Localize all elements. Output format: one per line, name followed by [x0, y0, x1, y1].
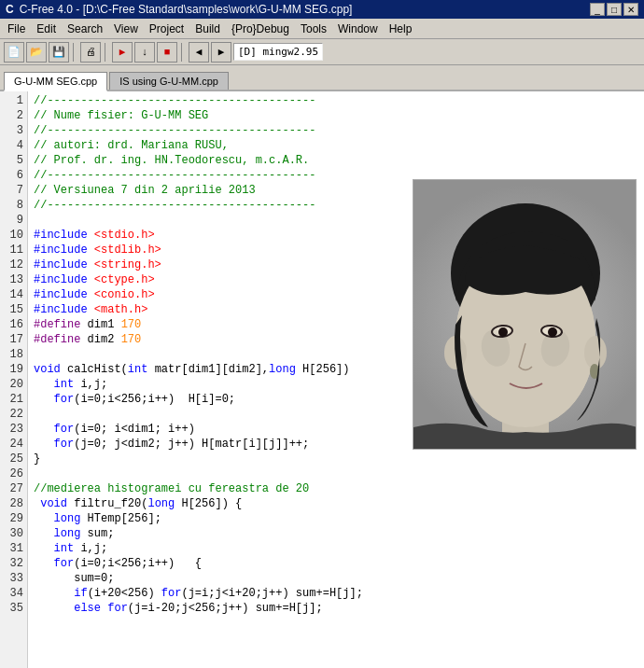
line-number: 17 [4, 332, 23, 347]
line-number: 30 [4, 526, 23, 541]
line-number: 21 [4, 392, 23, 407]
line-number: 25 [4, 452, 23, 466]
line-number: 11 [4, 243, 23, 257]
code-line[interactable]: if(i+20<256) for(j=i;j<i+20;j++) sum+=H[… [34, 586, 638, 601]
menu-search[interactable]: Search [62, 21, 108, 37]
code-line[interactable]: //--------------------------------------… [34, 123, 638, 138]
code-line[interactable]: for(i=0;i<256;i++) { [34, 556, 638, 571]
menu-view[interactable]: View [108, 21, 144, 37]
line-numbers: 1234567891011121314151617181920212223242… [0, 91, 28, 668]
photo-canvas [413, 180, 637, 450]
line-number: 13 [4, 272, 23, 287]
line-number: 9 [4, 213, 23, 228]
title-text: C-Free 4.0 - [D:\C-Free Standard\samples… [20, 3, 353, 16]
menu-file[interactable]: File [2, 21, 31, 37]
code-line[interactable] [34, 466, 638, 481]
line-number: 18 [4, 347, 23, 362]
code-line[interactable]: long sum; [34, 526, 638, 541]
line-number: 28 [4, 496, 23, 511]
photo-overlay [413, 179, 637, 450]
line-number: 15 [4, 302, 23, 317]
line-number: 26 [4, 466, 23, 481]
toolbar-sep3 [181, 43, 185, 62]
toolbar-forward[interactable]: ▶ [211, 42, 231, 63]
toolbar: 📄 📂 💾 🖨 ▶ ↓ ■ ◀ ▶ [D] mingw2.95 [0, 39, 644, 65]
line-number: 23 [4, 422, 23, 437]
toolbar-back[interactable]: ◀ [189, 42, 209, 63]
menu-bar: File Edit Search View Project Build {Pro… [0, 19, 644, 39]
code-line[interactable]: int i,j; [34, 541, 638, 556]
line-number: 35 [4, 601, 23, 616]
code-line[interactable]: //--------------------------------------… [34, 93, 638, 108]
menu-help[interactable]: Help [384, 21, 418, 37]
code-line[interactable]: // autori: drd. Mariana RUSU, [34, 138, 638, 153]
tab-bar: G-U-MM SEG.cpp IS using G-U-MM.cpp [0, 65, 644, 91]
editor-area: 1234567891011121314151617181920212223242… [0, 91, 644, 668]
line-number: 3 [4, 123, 23, 138]
line-number: 24 [4, 437, 23, 452]
code-line[interactable]: else for(j=i-20;j<256;j++) sum+=H[j]; [34, 601, 638, 616]
line-number: 33 [4, 571, 23, 586]
toolbar-save[interactable]: 💾 [49, 42, 69, 63]
menu-prodebug[interactable]: {Pro}Debug [226, 21, 295, 37]
line-number: 5 [4, 153, 23, 168]
line-number: 29 [4, 511, 23, 526]
line-number: 16 [4, 317, 23, 332]
toolbar-step[interactable]: ↓ [134, 42, 155, 63]
menu-edit[interactable]: Edit [31, 21, 62, 37]
minimize-button[interactable]: _ [590, 3, 605, 16]
tab-seg-cpp[interactable]: G-U-MM SEG.cpp [4, 72, 107, 91]
line-number: 19 [4, 362, 23, 377]
line-number: 6 [4, 168, 23, 183]
code-line[interactable]: sum=0; [34, 571, 638, 586]
line-number: 14 [4, 287, 23, 302]
line-number: 32 [4, 556, 23, 571]
menu-build[interactable]: Build [189, 21, 226, 37]
toolbar-new[interactable]: 📄 [4, 42, 24, 63]
window-controls: _ □ ✕ [590, 3, 638, 16]
line-number: 7 [4, 183, 23, 198]
line-number: 1 [4, 93, 23, 108]
code-line[interactable]: void filtru_f20(long H[256]) { [34, 496, 638, 511]
code-line[interactable]: long HTemp[256]; [34, 511, 638, 526]
line-number: 31 [4, 541, 23, 556]
maximize-button[interactable]: □ [607, 3, 622, 16]
toolbar-sep1 [73, 43, 77, 62]
line-number: 2 [4, 108, 23, 123]
menu-tools[interactable]: Tools [295, 21, 332, 37]
line-number: 27 [4, 481, 23, 496]
line-number: 8 [4, 198, 23, 213]
line-number: 22 [4, 407, 23, 422]
line-number: 10 [4, 228, 23, 243]
close-button[interactable]: ✕ [623, 3, 638, 16]
menu-window[interactable]: Window [332, 21, 384, 37]
code-line[interactable]: //medierea histogramei cu fereastra de 2… [34, 481, 638, 496]
line-number: 4 [4, 138, 23, 153]
toolbar-print[interactable]: 🖨 [80, 42, 101, 63]
tab-using-cpp[interactable]: IS using G-U-MM.cpp [109, 72, 229, 90]
title-bar: C C-Free 4.0 - [D:\C-Free Standard\sampl… [0, 0, 644, 19]
line-number: 34 [4, 586, 23, 601]
toolbar-open[interactable]: 📂 [26, 42, 47, 63]
code-line[interactable]: // Nume fisier: G-U-MM SEG [34, 108, 638, 123]
toolbar-stop[interactable]: ■ [157, 42, 177, 63]
app-icon: C [6, 3, 14, 16]
code-line[interactable]: } [34, 452, 638, 466]
toolbar-debug[interactable]: ▶ [112, 42, 133, 63]
toolbar-sep2 [105, 43, 108, 62]
menu-project[interactable]: Project [144, 21, 189, 37]
code-line[interactable]: // Prof. dr. ing. HN.Teodorescu, m.c.A.R… [34, 153, 638, 168]
nav-label: [D] mingw2.95 [233, 43, 323, 61]
line-number: 12 [4, 257, 23, 272]
line-number: 20 [4, 377, 23, 392]
